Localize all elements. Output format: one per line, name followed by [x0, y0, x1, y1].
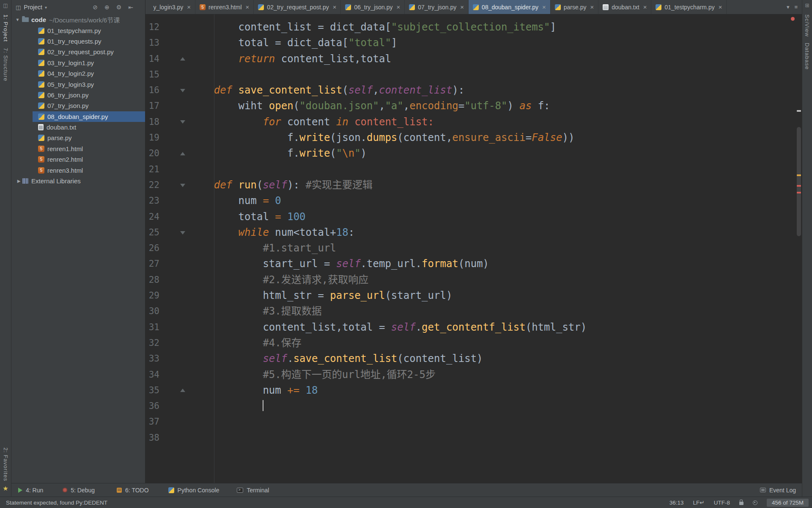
gutter-line-31[interactable]: 31 [145, 320, 189, 335]
toolwindow-button-sciview[interactable]: SciView [804, 14, 810, 37]
error-stripe-mark[interactable] [797, 192, 801, 193]
code-line-31[interactable]: content_list,total = self.get_contentf_l… [189, 320, 796, 335]
editor-scrollbar[interactable] [796, 14, 802, 483]
file-encoding-widget[interactable]: UTF-8 [714, 500, 730, 506]
code-line-30[interactable]: #3.提取数据 [189, 304, 796, 319]
gutter-line-38[interactable]: 38 [145, 430, 189, 446]
gutter-line-32[interactable]: 32 [145, 335, 189, 351]
tree-item-parse.py[interactable]: parse.py [11, 133, 145, 143]
editor-tab-01_testpycharm.py[interactable]: 01_testpycharm.py× [651, 0, 727, 14]
close-icon[interactable]: × [590, 3, 594, 11]
gutter-line-13[interactable]: 13 [145, 35, 189, 51]
toolwindow-button-python-console[interactable]: Python Console [168, 487, 219, 494]
gutter-line-12[interactable]: 12 [145, 19, 189, 35]
close-icon[interactable]: × [246, 3, 250, 11]
editor-tab-08_douban_spider.py[interactable]: 08_douban_spider.py× [469, 0, 551, 14]
tree-item-external-libraries[interactable]: ▶ External Libraries [11, 176, 145, 186]
chevron-down-icon[interactable]: ▾ [45, 5, 47, 10]
code-line-28[interactable]: #2.发送请求,获取响应 [189, 272, 796, 288]
gutter-line-20[interactable]: 20 [145, 146, 189, 161]
tree-item-renren3.html[interactable]: renren3.html [11, 165, 145, 175]
fold-down-icon[interactable] [180, 89, 185, 92]
code-line-12[interactable]: content_list = dict_data["subject_collec… [189, 19, 796, 35]
fold-down-icon[interactable] [180, 184, 185, 187]
gutter-line-33[interactable]: 33 [145, 351, 189, 367]
inspections-profile-icon[interactable] [753, 500, 757, 505]
gutter-line-16[interactable]: 16 [145, 83, 189, 98]
gutter-line-14[interactable]: 14 [145, 51, 189, 67]
code-line-19[interactable]: f.write(json.dumps(content,ensure_ascii=… [189, 130, 796, 146]
gutter-line-35[interactable]: 35 [145, 383, 189, 398]
gutter-line-23[interactable]: 23 [145, 193, 189, 209]
memory-indicator[interactable]: 456 of 725M [767, 499, 809, 507]
code-line-16[interactable]: def save_content_list(self,content_list)… [189, 83, 796, 98]
close-icon[interactable]: × [397, 3, 401, 11]
tree-item-05_try_login3.py[interactable]: 05_try_login3.py [11, 79, 145, 89]
toolwindow-button-todo[interactable]: 6: TODO [117, 487, 149, 494]
gutter-line-29[interactable]: 29 [145, 288, 189, 304]
fold-down-icon[interactable] [180, 231, 185, 235]
code-line-24[interactable]: total = 100 [189, 209, 796, 225]
favorites-star-icon[interactable]: ★ [3, 485, 8, 492]
gutter-line-22[interactable]: 22 [145, 177, 189, 193]
editor-tab-parse.py[interactable]: parse.py× [551, 0, 598, 14]
settings-icon[interactable]: ⚙ [116, 4, 122, 11]
code-line-38[interactable] [189, 430, 796, 446]
lock-icon[interactable] [739, 502, 743, 505]
window-grid-icon[interactable]: ⊞ [805, 3, 809, 8]
editor-tab-douban.txt[interactable]: douban.txt× [598, 0, 651, 14]
gutter-line-19[interactable]: 19 [145, 130, 189, 146]
collapse-all-icon[interactable]: ⊘ [93, 4, 98, 11]
gutter-line-24[interactable]: 24 [145, 209, 189, 225]
code-line-36[interactable] [189, 398, 796, 414]
toolwindow-button-debug[interactable]: 5: Debug [63, 487, 95, 494]
gutter-line-25[interactable]: 25 [145, 225, 189, 240]
split-editor-icon[interactable]: ≡ [794, 4, 798, 10]
fold-up-icon[interactable] [180, 152, 185, 155]
gutter-line-17[interactable]: 17 [145, 98, 189, 114]
code-line-25[interactable]: while num<total+18: [189, 225, 796, 240]
close-icon[interactable]: × [460, 3, 464, 11]
gutter-line-18[interactable]: 18 [145, 114, 189, 130]
gutter-line-15[interactable]: 15 [145, 67, 189, 83]
tree-item-douban.txt[interactable]: douban.txt [11, 122, 145, 133]
tree-item-06_try_json.py[interactable]: 06_try_json.py [11, 90, 145, 100]
editor-tab-06_try_json.py[interactable]: 06_try_json.py× [341, 0, 405, 14]
hide-panel-icon[interactable]: ⇤ [128, 4, 133, 11]
code-line-23[interactable]: num = 0 [189, 193, 796, 209]
toolwindow-button-favorites[interactable]: 2: Favorites [3, 447, 9, 481]
chevron-expanded-icon[interactable]: ▼ [14, 17, 21, 22]
error-stripe-mark[interactable] [797, 174, 801, 176]
code-line-27[interactable]: start_url = self.temp_url.format(num) [189, 256, 796, 272]
tree-item-01_try_requests.py[interactable]: 01_try_requests.py [11, 36, 145, 47]
locate-icon[interactable]: ⊕ [104, 4, 110, 11]
project-panel-title[interactable]: Project [24, 4, 42, 11]
editor-gutter[interactable]: 1213141516171819202122232425262728293031… [145, 19, 189, 446]
code-line-15[interactable] [189, 67, 796, 83]
code-line-14[interactable]: return content_list,total [189, 51, 796, 67]
gutter-line-26[interactable]: 26 [145, 240, 189, 256]
editor-tab-y_login3.py[interactable]: y_login3.py× [145, 0, 195, 14]
fold-down-icon[interactable] [180, 120, 185, 124]
code-line-17[interactable]: wiht open("douban.json","a",encoding="ut… [189, 98, 796, 114]
tree-item-08_douban_spider.py[interactable]: 08_douban_spider.py [11, 111, 145, 122]
toolwindow-button-structure[interactable]: 7: Structure [3, 48, 9, 81]
tree-item-renren1.html[interactable]: renren1.html [11, 144, 145, 154]
toolwindow-button-run[interactable]: 4: Run [18, 487, 43, 494]
caret-position-widget[interactable]: 36:13 [669, 500, 684, 506]
code-line-35[interactable]: num += 18 [189, 383, 796, 398]
toolwindow-button-database[interactable]: Database [804, 43, 810, 70]
tree-item-07_try_json.py[interactable]: 07_try_json.py [11, 100, 145, 111]
gutter-line-36[interactable]: 36 [145, 398, 189, 414]
code-line-21[interactable] [189, 162, 796, 177]
code-line-37[interactable] [189, 414, 796, 430]
code-line-20[interactable]: f.write("\n") [189, 146, 796, 161]
code-line-13[interactable]: total = dict_data["total"] [189, 35, 796, 51]
close-icon[interactable]: × [643, 3, 647, 11]
editor-tab-07_try_json.py[interactable]: 07_try_json.py× [405, 0, 469, 14]
gutter-line-27[interactable]: 27 [145, 256, 189, 272]
editor-tab-renren3.html[interactable]: renren3.html× [195, 0, 254, 14]
gutter-line-37[interactable]: 37 [145, 414, 189, 430]
code-line-22[interactable]: def run(self): #实现主要逻辑 [189, 177, 796, 193]
chevron-collapsed-icon[interactable]: ▶ [15, 179, 22, 183]
